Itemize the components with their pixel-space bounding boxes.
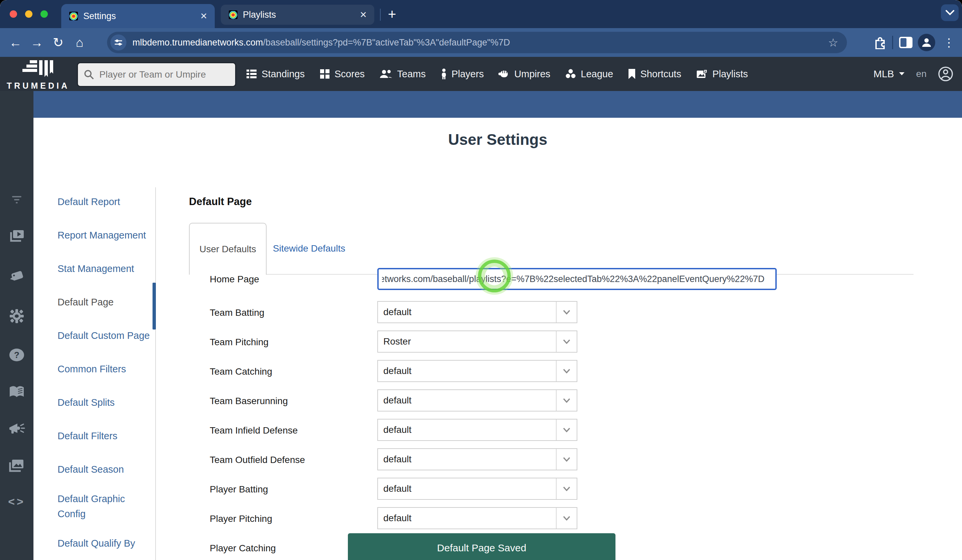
user-avatar-icon[interactable] <box>938 66 953 82</box>
chevron-down-icon <box>556 331 577 352</box>
settings-menu: Default Report Report Management Stat Ma… <box>58 194 155 560</box>
nav-item-shortcuts[interactable]: Shortcuts <box>628 69 681 80</box>
tag-icon[interactable] <box>0 269 34 284</box>
menu-item-common-filters[interactable]: Common Filters <box>58 361 155 378</box>
form-label: Player Batting <box>210 484 268 495</box>
tab-user-defaults[interactable]: User Defaults <box>189 223 266 274</box>
players-icon <box>441 68 447 80</box>
video-playlists-icon[interactable] <box>0 229 34 243</box>
side-panel-icon[interactable] <box>899 36 913 49</box>
scores-icon <box>320 69 330 79</box>
tab-search-button[interactable] <box>941 4 959 21</box>
player-batting-select[interactable]: default <box>377 478 577 500</box>
tab-close-icon[interactable]: ✕ <box>360 10 367 20</box>
browser-tab-playlists[interactable]: Playlists ✕ <box>221 5 374 25</box>
menu-item-default-page[interactable]: Default Page <box>58 294 155 310</box>
tab-divider <box>380 9 381 21</box>
menu-item-default-custom-page[interactable]: Default Custom Page <box>58 327 155 344</box>
nav-item-playlists[interactable]: Playlists <box>696 69 748 80</box>
site-info-icon[interactable] <box>110 34 126 50</box>
menu-item-default-graphic-config[interactable]: Default Graphic Config <box>58 491 155 521</box>
chevron-down-icon <box>556 302 577 323</box>
chevron-down-icon <box>556 390 577 411</box>
language-selector[interactable]: en <box>916 69 926 79</box>
home-page-label: Home Page <box>210 274 259 285</box>
nav-item-label: League <box>581 69 613 80</box>
bookmark-star-icon[interactable]: ☆ <box>828 36 838 49</box>
code-icon[interactable]: <> <box>0 495 34 508</box>
home-page-input[interactable] <box>377 268 777 290</box>
tab-title: Settings <box>83 11 200 21</box>
trumedia-logo-icon <box>20 60 56 80</box>
address-bar[interactable]: mlbdemo.trumedianetworks.com/baseball/se… <box>107 32 847 53</box>
page-header-band <box>34 91 962 118</box>
extensions-icon[interactable] <box>873 36 887 49</box>
browser-tab-settings[interactable]: Settings ✕ <box>61 4 215 28</box>
nav-item-league[interactable]: League <box>565 69 613 80</box>
menu-item-stat-management[interactable]: Stat Management <box>58 260 155 277</box>
menu-item-report-management[interactable]: Report Management <box>58 227 155 244</box>
team-pitching-select[interactable]: Roster <box>377 331 577 353</box>
search-input[interactable] <box>98 69 220 80</box>
browser-profile-avatar[interactable] <box>918 34 935 51</box>
home-button[interactable]: ⌂ <box>69 36 90 50</box>
nav-item-label: Standings <box>261 69 305 80</box>
nav-item-label: Teams <box>397 69 426 80</box>
form-label: Team Baserunning <box>210 396 288 407</box>
menu-item-default-splits[interactable]: Default Splits <box>58 394 155 411</box>
menu-item-default-qualify-by[interactable]: Default Qualify By <box>58 535 155 552</box>
gear-icon[interactable] <box>0 308 34 324</box>
url-path: /baseball/settings?pd=%7B"activeTab"%3A"… <box>263 37 510 47</box>
team-batting-select[interactable]: default <box>377 301 577 323</box>
page-title: User Settings <box>34 131 962 148</box>
book-icon[interactable] <box>0 386 34 399</box>
toolbar-divider <box>892 36 893 49</box>
tab-sitewide-defaults[interactable]: Sitewide Defaults <box>267 223 351 274</box>
browser-menu-icon[interactable]: ⋮ <box>943 36 955 49</box>
league-selector[interactable]: MLB <box>873 68 905 80</box>
player-pitching-select[interactable]: default <box>377 507 577 529</box>
global-search[interactable] <box>77 62 236 87</box>
tune-icon <box>114 38 123 47</box>
team-baserunning-select[interactable]: default <box>377 389 577 412</box>
forward-button[interactable]: → <box>26 36 47 50</box>
team-catching-select[interactable]: default <box>377 360 577 382</box>
person-icon <box>921 37 932 48</box>
traffic-light-close-button[interactable] <box>10 10 17 18</box>
filter-icon[interactable] <box>0 194 34 206</box>
gallery-icon[interactable] <box>0 458 34 472</box>
tab-close-icon[interactable]: ✕ <box>200 11 207 21</box>
form-label: Team Pitching <box>210 337 269 348</box>
nav-item-standings[interactable]: Standings <box>246 69 305 80</box>
chevron-down-icon <box>899 72 905 76</box>
click-indicator <box>478 260 511 292</box>
left-icon-sidebar: ? <> <box>0 91 34 560</box>
menu-item-default-season[interactable]: Default Season <box>58 461 155 478</box>
form-label: Player Catching <box>210 543 276 554</box>
reload-button[interactable]: ↻ <box>47 35 69 50</box>
trumedia-logo[interactable]: TRUMEDIA <box>5 60 72 90</box>
menu-item-default-filters[interactable]: Default Filters <box>58 428 155 444</box>
league-icon <box>565 69 576 79</box>
help-icon[interactable]: ? <box>0 348 34 362</box>
nav-item-label: Umpires <box>514 69 550 80</box>
nav-item-label: Players <box>452 69 484 80</box>
settings-main-panel: Default Page User Defaults Sitewide Defa… <box>189 196 914 208</box>
nav-item-players[interactable]: Players <box>441 68 484 80</box>
new-tab-button[interactable]: + <box>383 6 401 23</box>
nav-item-scores[interactable]: Scores <box>320 69 365 80</box>
toolbar-right-cluster: ⋮ <box>873 28 962 57</box>
browser-titlebar: Settings ✕ Playlists ✕ + <box>0 0 962 28</box>
traffic-light-minimize-button[interactable] <box>25 10 32 18</box>
megaphone-icon[interactable] <box>0 422 34 436</box>
nav-item-umpires[interactable]: Umpires <box>499 69 550 80</box>
team-outfield-defense-select[interactable]: default <box>377 448 577 470</box>
traffic-light-zoom-button[interactable] <box>40 10 48 18</box>
nav-item-teams[interactable]: Teams <box>379 69 426 80</box>
team-infield-defense-select[interactable]: default <box>377 419 577 441</box>
menu-item-default-report[interactable]: Default Report <box>58 194 155 210</box>
back-button[interactable]: ← <box>5 36 26 50</box>
menu-divider <box>155 187 156 560</box>
chevron-down-icon <box>556 508 577 529</box>
select-value: default <box>378 307 556 318</box>
